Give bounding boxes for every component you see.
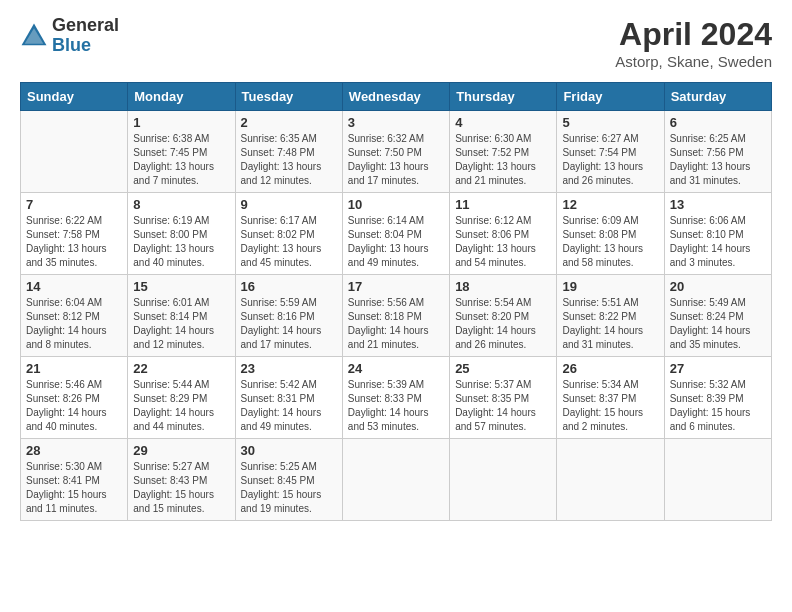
main-title: April 2024 — [615, 16, 772, 53]
day-cell: 23Sunrise: 5:42 AMSunset: 8:31 PMDayligh… — [235, 357, 342, 439]
day-number: 5 — [562, 115, 658, 130]
day-cell — [450, 439, 557, 521]
day-info: Sunrise: 5:39 AMSunset: 8:33 PMDaylight:… — [348, 378, 444, 434]
day-number: 2 — [241, 115, 337, 130]
day-cell: 28Sunrise: 5:30 AMSunset: 8:41 PMDayligh… — [21, 439, 128, 521]
day-number: 25 — [455, 361, 551, 376]
week-row-2: 14Sunrise: 6:04 AMSunset: 8:12 PMDayligh… — [21, 275, 772, 357]
day-cell: 14Sunrise: 6:04 AMSunset: 8:12 PMDayligh… — [21, 275, 128, 357]
day-cell: 29Sunrise: 5:27 AMSunset: 8:43 PMDayligh… — [128, 439, 235, 521]
day-number: 19 — [562, 279, 658, 294]
day-info: Sunrise: 6:12 AMSunset: 8:06 PMDaylight:… — [455, 214, 551, 270]
day-number: 11 — [455, 197, 551, 212]
header-cell-tuesday: Tuesday — [235, 83, 342, 111]
day-cell: 30Sunrise: 5:25 AMSunset: 8:45 PMDayligh… — [235, 439, 342, 521]
day-info: Sunrise: 5:46 AMSunset: 8:26 PMDaylight:… — [26, 378, 122, 434]
day-number: 29 — [133, 443, 229, 458]
day-cell: 3Sunrise: 6:32 AMSunset: 7:50 PMDaylight… — [342, 111, 449, 193]
day-number: 1 — [133, 115, 229, 130]
day-number: 22 — [133, 361, 229, 376]
day-number: 13 — [670, 197, 766, 212]
day-number: 14 — [26, 279, 122, 294]
day-info: Sunrise: 5:25 AMSunset: 8:45 PMDaylight:… — [241, 460, 337, 516]
day-number: 20 — [670, 279, 766, 294]
day-number: 15 — [133, 279, 229, 294]
day-info: Sunrise: 5:30 AMSunset: 8:41 PMDaylight:… — [26, 460, 122, 516]
day-number: 4 — [455, 115, 551, 130]
week-row-0: 1Sunrise: 6:38 AMSunset: 7:45 PMDaylight… — [21, 111, 772, 193]
day-info: Sunrise: 6:32 AMSunset: 7:50 PMDaylight:… — [348, 132, 444, 188]
day-info: Sunrise: 6:38 AMSunset: 7:45 PMDaylight:… — [133, 132, 229, 188]
day-cell: 22Sunrise: 5:44 AMSunset: 8:29 PMDayligh… — [128, 357, 235, 439]
day-cell: 15Sunrise: 6:01 AMSunset: 8:14 PMDayligh… — [128, 275, 235, 357]
day-cell: 12Sunrise: 6:09 AMSunset: 8:08 PMDayligh… — [557, 193, 664, 275]
page: General Blue April 2024 Astorp, Skane, S… — [0, 0, 792, 612]
day-cell — [342, 439, 449, 521]
day-info: Sunrise: 6:09 AMSunset: 8:08 PMDaylight:… — [562, 214, 658, 270]
day-info: Sunrise: 6:17 AMSunset: 8:02 PMDaylight:… — [241, 214, 337, 270]
day-info: Sunrise: 5:49 AMSunset: 8:24 PMDaylight:… — [670, 296, 766, 352]
day-info: Sunrise: 5:59 AMSunset: 8:16 PMDaylight:… — [241, 296, 337, 352]
day-cell — [664, 439, 771, 521]
day-number: 21 — [26, 361, 122, 376]
day-number: 26 — [562, 361, 658, 376]
day-number: 8 — [133, 197, 229, 212]
day-number: 17 — [348, 279, 444, 294]
header-cell-friday: Friday — [557, 83, 664, 111]
day-cell: 26Sunrise: 5:34 AMSunset: 8:37 PMDayligh… — [557, 357, 664, 439]
day-number: 24 — [348, 361, 444, 376]
week-row-1: 7Sunrise: 6:22 AMSunset: 7:58 PMDaylight… — [21, 193, 772, 275]
logo: General Blue — [20, 16, 119, 56]
day-info: Sunrise: 5:56 AMSunset: 8:18 PMDaylight:… — [348, 296, 444, 352]
day-number: 9 — [241, 197, 337, 212]
day-cell: 25Sunrise: 5:37 AMSunset: 8:35 PMDayligh… — [450, 357, 557, 439]
day-info: Sunrise: 6:04 AMSunset: 8:12 PMDaylight:… — [26, 296, 122, 352]
day-number: 30 — [241, 443, 337, 458]
day-info: Sunrise: 5:42 AMSunset: 8:31 PMDaylight:… — [241, 378, 337, 434]
day-info: Sunrise: 5:54 AMSunset: 8:20 PMDaylight:… — [455, 296, 551, 352]
week-row-4: 28Sunrise: 5:30 AMSunset: 8:41 PMDayligh… — [21, 439, 772, 521]
day-info: Sunrise: 6:06 AMSunset: 8:10 PMDaylight:… — [670, 214, 766, 270]
week-row-3: 21Sunrise: 5:46 AMSunset: 8:26 PMDayligh… — [21, 357, 772, 439]
logo-text: General Blue — [52, 16, 119, 56]
day-info: Sunrise: 5:44 AMSunset: 8:29 PMDaylight:… — [133, 378, 229, 434]
day-number: 18 — [455, 279, 551, 294]
day-cell: 27Sunrise: 5:32 AMSunset: 8:39 PMDayligh… — [664, 357, 771, 439]
day-number: 28 — [26, 443, 122, 458]
day-cell: 17Sunrise: 5:56 AMSunset: 8:18 PMDayligh… — [342, 275, 449, 357]
header-cell-wednesday: Wednesday — [342, 83, 449, 111]
day-number: 7 — [26, 197, 122, 212]
day-number: 27 — [670, 361, 766, 376]
logo-icon — [20, 22, 48, 50]
day-cell: 11Sunrise: 6:12 AMSunset: 8:06 PMDayligh… — [450, 193, 557, 275]
day-info: Sunrise: 6:22 AMSunset: 7:58 PMDaylight:… — [26, 214, 122, 270]
header-cell-monday: Monday — [128, 83, 235, 111]
header-cell-thursday: Thursday — [450, 83, 557, 111]
day-number: 6 — [670, 115, 766, 130]
calendar: SundayMondayTuesdayWednesdayThursdayFrid… — [20, 82, 772, 521]
day-cell: 16Sunrise: 5:59 AMSunset: 8:16 PMDayligh… — [235, 275, 342, 357]
header: General Blue April 2024 Astorp, Skane, S… — [20, 16, 772, 70]
day-info: Sunrise: 6:01 AMSunset: 8:14 PMDaylight:… — [133, 296, 229, 352]
day-cell: 10Sunrise: 6:14 AMSunset: 8:04 PMDayligh… — [342, 193, 449, 275]
header-cell-sunday: Sunday — [21, 83, 128, 111]
day-cell: 1Sunrise: 6:38 AMSunset: 7:45 PMDaylight… — [128, 111, 235, 193]
day-info: Sunrise: 6:25 AMSunset: 7:56 PMDaylight:… — [670, 132, 766, 188]
header-cell-saturday: Saturday — [664, 83, 771, 111]
day-cell — [557, 439, 664, 521]
day-cell: 8Sunrise: 6:19 AMSunset: 8:00 PMDaylight… — [128, 193, 235, 275]
day-number: 12 — [562, 197, 658, 212]
calendar-header-row: SundayMondayTuesdayWednesdayThursdayFrid… — [21, 83, 772, 111]
subtitle: Astorp, Skane, Sweden — [615, 53, 772, 70]
day-cell: 5Sunrise: 6:27 AMSunset: 7:54 PMDaylight… — [557, 111, 664, 193]
day-cell: 19Sunrise: 5:51 AMSunset: 8:22 PMDayligh… — [557, 275, 664, 357]
day-info: Sunrise: 6:35 AMSunset: 7:48 PMDaylight:… — [241, 132, 337, 188]
day-number: 23 — [241, 361, 337, 376]
day-cell: 20Sunrise: 5:49 AMSunset: 8:24 PMDayligh… — [664, 275, 771, 357]
day-info: Sunrise: 6:27 AMSunset: 7:54 PMDaylight:… — [562, 132, 658, 188]
day-info: Sunrise: 5:51 AMSunset: 8:22 PMDaylight:… — [562, 296, 658, 352]
day-info: Sunrise: 5:37 AMSunset: 8:35 PMDaylight:… — [455, 378, 551, 434]
day-info: Sunrise: 5:27 AMSunset: 8:43 PMDaylight:… — [133, 460, 229, 516]
day-cell: 6Sunrise: 6:25 AMSunset: 7:56 PMDaylight… — [664, 111, 771, 193]
day-info: Sunrise: 5:32 AMSunset: 8:39 PMDaylight:… — [670, 378, 766, 434]
